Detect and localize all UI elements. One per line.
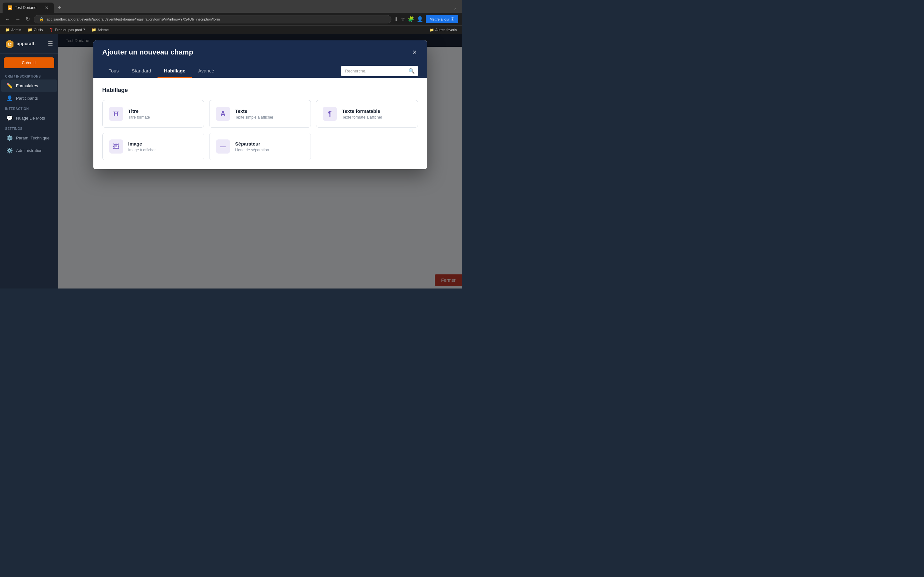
gear-icon: ⚙️ — [6, 135, 13, 141]
sidebar-item-param-technique[interactable]: ⚙️ Param. Technique — [1, 132, 57, 144]
bookmark-admin[interactable]: 📁 Admin — [4, 27, 23, 33]
bookmark-autres-favoris[interactable]: 📁 Autres favoris — [428, 27, 458, 33]
tab-close-button[interactable]: ✕ — [45, 5, 49, 10]
back-button[interactable]: ← — [4, 15, 11, 23]
tab-menu-button[interactable]: ⌄ — [450, 3, 459, 12]
sidebar: ac appcraft. ☰ Créer ici CRM / INSCRIPTI… — [0, 34, 58, 288]
modal-title: Ajouter un nouveau champ — [102, 48, 194, 56]
modal-close-button[interactable]: × — [411, 47, 418, 58]
sidebar-item-formulaires[interactable]: ✏️ Formulaires — [1, 79, 57, 92]
url-text: app.sandbox.appcraft.events/appcraft/eve… — [47, 17, 386, 21]
sidebar-section-label-interaction: INTERACTION — [0, 105, 58, 112]
update-button[interactable]: Mettre à jour ⓘ — [426, 15, 458, 23]
tab-tous[interactable]: Tous — [102, 64, 126, 78]
separateur-card-content: Séparateur Ligne de séparation — [235, 141, 304, 152]
profile-button[interactable]: 👤 — [417, 16, 423, 22]
field-card-texte-formatable[interactable]: ¶ Texte formatable Texte formaté à affic… — [316, 100, 418, 127]
texte-card-desc: Texte simple à afficher — [235, 115, 304, 119]
folder-icon: 📁 — [430, 28, 434, 32]
sidebar-section-label-settings: SETTINGS — [0, 124, 58, 132]
pencil-icon: ✏️ — [6, 83, 13, 89]
bookmarks-bar: 📁 Admin 📁 Outils ❓ Prod ou pas prod ? 📁 … — [0, 25, 462, 34]
new-tab-button[interactable]: + — [55, 3, 64, 13]
bookmark-folder-icon: 📁 — [91, 27, 96, 32]
sidebar-section-crm: CRM / INSCRIPTIONS ✏️ Formulaires 👤 Part… — [0, 72, 58, 105]
create-button[interactable]: Créer ici — [4, 57, 54, 68]
active-tab[interactable]: ▲ Test Doriane ✕ — [3, 3, 54, 13]
tab-favicon: ▲ — [8, 5, 12, 10]
sidebar-section-settings: SETTINGS ⚙️ Param. Technique ⚙️ Administ… — [0, 124, 58, 157]
search-input[interactable] — [341, 66, 418, 76]
modal-header: Ajouter un nouveau champ × — [94, 40, 427, 64]
extensions-button[interactable]: 🧩 — [408, 16, 414, 22]
appcraft-logo: ac — [5, 39, 14, 48]
field-card-separateur[interactable]: — Séparateur Ligne de séparation — [209, 133, 311, 160]
bookmark-prod[interactable]: ❓ Prod ou pas prod ? — [48, 27, 86, 33]
main-area: Test Doriane Ajouter un nouveau champ × … — [58, 34, 462, 288]
tab-avance[interactable]: Avancé — [192, 64, 221, 78]
field-card-texte[interactable]: A Texte Texte simple à afficher — [209, 100, 311, 127]
image-card-name: Image — [128, 141, 197, 147]
sidebar-section-label-crm: CRM / INSCRIPTIONS — [0, 72, 58, 79]
texte-card-content: Texte Texte simple à afficher — [235, 108, 304, 119]
nav-actions: ⬆ ☆ 🧩 👤 Mettre à jour ⓘ — [394, 15, 458, 23]
browser-chrome: ▲ Test Doriane ✕ + ⌄ ← → ↻ 🔒 app.sandbox… — [0, 0, 462, 34]
search-area: 🔍 — [341, 66, 418, 76]
a-icon: A — [220, 110, 226, 118]
separateur-card-name: Séparateur — [235, 141, 304, 147]
chat-icon: 💬 — [6, 115, 13, 121]
separator-icon: — — [220, 143, 226, 150]
bookmark-outils-label: Outils — [34, 28, 43, 32]
texte-formatable-card-name: Texte formatable — [342, 108, 411, 114]
ssl-lock-icon: 🔒 — [39, 17, 44, 21]
sidebar-section-interaction: INTERACTION 💬 Nuage De Mots — [0, 105, 58, 124]
tab-habillage[interactable]: Habillage — [158, 64, 192, 78]
titre-card-desc: Titre formaté — [128, 115, 197, 119]
user-icon: 👤 — [6, 95, 13, 101]
texte-formatable-card-content: Texte formatable Texte formaté à affiche… — [342, 108, 411, 119]
field-card-image[interactable]: 🖼 Image Image à afficher — [102, 133, 204, 160]
svg-text:ac: ac — [7, 42, 12, 47]
sidebar-item-nuage-de-mots[interactable]: 💬 Nuage De Mots — [1, 112, 57, 124]
tab-title: Test Doriane — [15, 5, 42, 10]
bookmark-question-icon: ❓ — [49, 28, 53, 32]
image-icon: 🖼 — [113, 143, 120, 150]
image-card-icon: 🖼 — [109, 139, 123, 153]
modal-tabs: Tous Standard Habillage Avancé 🔍 — [94, 64, 427, 78]
texte-formatable-card-desc: Texte formaté à afficher — [342, 115, 411, 119]
tab-standard[interactable]: Standard — [125, 64, 158, 78]
image-card-content: Image Image à afficher — [128, 141, 197, 152]
browser-nav: ← → ↻ 🔒 app.sandbox.appcraft.events/appc… — [0, 13, 462, 25]
reload-button[interactable]: ↻ — [24, 15, 31, 23]
settings-icon: ⚙️ — [6, 147, 13, 153]
texte-card-icon: A — [216, 107, 230, 121]
share-button[interactable]: ⬆ — [394, 16, 398, 22]
bookmark-button[interactable]: ☆ — [401, 16, 405, 22]
titre-card-name: Titre — [128, 108, 197, 114]
sidebar-item-participants[interactable]: 👤 Participants — [1, 92, 57, 105]
modal-body: Habillage H Titre Titre formaté — [94, 78, 427, 169]
bookmark-prod-label: Prod ou pas prod ? — [55, 28, 85, 32]
field-card-titre[interactable]: H Titre Titre formaté — [102, 100, 204, 127]
modal-overlay: Ajouter un nouveau champ × Tous Standard… — [58, 34, 462, 288]
app-container: ac appcraft. ☰ Créer ici CRM / INSCRIPTI… — [0, 34, 462, 288]
appcraft-name: appcraft. — [17, 41, 36, 46]
bookmark-ademe[interactable]: 📁 Ademe — [90, 27, 110, 33]
autres-favoris-label: Autres favoris — [435, 28, 457, 32]
separateur-card-icon: — — [216, 139, 230, 153]
bookmark-folder-icon: 📁 — [27, 27, 32, 32]
sidebar-item-administration[interactable]: ⚙️ Administration — [1, 144, 57, 157]
sidebar-admin-label: Administration — [16, 148, 42, 153]
sidebar-toggle-button[interactable]: ☰ — [48, 40, 53, 47]
bookmark-admin-label: Admin — [11, 28, 21, 32]
sidebar-participants-label: Participants — [16, 96, 38, 101]
image-card-desc: Image à afficher — [128, 148, 197, 152]
titre-card-content: Titre Titre formaté — [128, 108, 197, 119]
texte-formatable-card-icon: ¶ — [323, 107, 337, 121]
bookmark-outils[interactable]: 📁 Outils — [26, 27, 44, 33]
search-icon: 🔍 — [409, 68, 415, 74]
sidebar-formulaires-label: Formulaires — [16, 83, 38, 88]
sidebar-logo: ac appcraft. ☰ — [0, 34, 58, 53]
address-bar[interactable]: 🔒 app.sandbox.appcraft.events/appcraft/e… — [34, 15, 391, 23]
forward-button[interactable]: → — [14, 15, 22, 23]
